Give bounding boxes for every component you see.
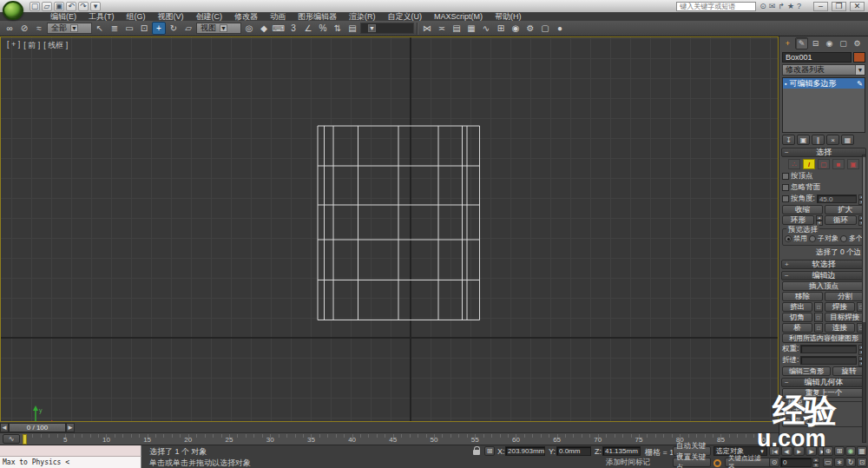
select-and-move-icon[interactable]: + — [152, 22, 166, 35]
angle-snap-icon[interactable]: ∠ — [301, 22, 315, 35]
rendered-frame-icon[interactable]: ▢ — [538, 22, 552, 35]
time-slider-track[interactable]: ◄ 0 / 100 ► — [0, 422, 779, 433]
spinner-snap-icon[interactable]: ⇅ — [331, 22, 345, 35]
menu-group[interactable]: 组(G) — [122, 12, 151, 21]
frame-spinner[interactable]: ▲▼ — [812, 458, 819, 467]
favorites-icon[interactable]: ★ — [787, 2, 794, 10]
ring-spinner[interactable]: ▲▼ — [816, 215, 823, 225]
tab-display[interactable]: ▢ — [837, 37, 850, 49]
menu-rendering[interactable]: 渲染(R) — [344, 12, 381, 21]
object-color-swatch[interactable] — [853, 52, 865, 63]
close-button[interactable]: ✕ — [850, 2, 865, 11]
by-vertex-checkbox[interactable] — [782, 173, 789, 180]
crease-field[interactable] — [800, 356, 857, 365]
by-angle-checkbox[interactable] — [782, 195, 789, 202]
select-and-link-icon[interactable]: ∞ — [3, 22, 16, 35]
set-key-icon[interactable] — [713, 459, 721, 467]
menu-create[interactable]: 创建(C) — [191, 12, 228, 21]
remove-modifier-icon[interactable]: × — [826, 135, 839, 145]
pin-stack-icon[interactable]: ↧ — [782, 135, 795, 145]
zoom-all-icon[interactable]: ⊞ — [834, 446, 845, 456]
loop-button[interactable]: 循环 — [825, 215, 857, 225]
tab-modify[interactable]: ✎ — [795, 37, 808, 49]
use-pivot-center-icon[interactable]: ◎ — [242, 22, 256, 35]
menu-help[interactable]: 帮助(H) — [490, 12, 527, 21]
border-subobject-icon[interactable]: ▢ — [818, 159, 830, 169]
key-filters-button[interactable]: 关键点过滤器... — [725, 458, 773, 467]
menu-maxscript[interactable]: MAXScript(M) — [429, 12, 488, 21]
preview-multi-radio[interactable] — [840, 235, 847, 242]
tab-hierarchy[interactable]: ⊟ — [809, 37, 822, 49]
select-object-icon[interactable]: ↖ — [93, 22, 107, 35]
turn-button[interactable]: 旋转 — [832, 366, 865, 376]
maximize-viewport-icon[interactable]: ⊡ — [857, 458, 867, 467]
wireframe-box[interactable] — [1, 37, 779, 422]
split-button[interactable]: 分割 — [825, 292, 865, 301]
minimize-button[interactable]: – — [813, 2, 828, 11]
y-coord-field[interactable]: 0.0mm — [556, 446, 591, 456]
mirror-icon[interactable]: ⋈ — [420, 22, 434, 35]
layer-manager-icon[interactable]: ▤ — [450, 22, 464, 35]
communication-center-icon[interactable]: ✉ — [769, 2, 776, 10]
redo-icon[interactable]: ↷ — [78, 2, 89, 11]
menu-graph-editors[interactable]: 图形编辑器 — [293, 12, 342, 21]
preview-subobj-radio[interactable] — [809, 235, 816, 242]
time-slider-next-button[interactable]: ► — [66, 423, 75, 432]
menu-customize[interactable]: 自定义(U) — [383, 12, 428, 21]
create-shape-button[interactable]: 利用所选内容创建图形 — [782, 333, 865, 343]
pan-icon[interactable]: ∗ — [834, 458, 845, 467]
zoom-extents-icon[interactable]: ◉ — [845, 446, 856, 456]
selection-filter-dropdown[interactable]: 全部 ▼ — [47, 23, 92, 34]
render-setup-icon[interactable]: ⚙ — [523, 22, 537, 35]
angle-value-field[interactable]: 45.0 — [817, 194, 857, 203]
set-key-button[interactable]: 设置关键点 — [673, 458, 711, 467]
zoom-region-icon[interactable]: ▭ — [823, 458, 833, 467]
rollout-edit-geometry-header[interactable]: − 编辑几何体 — [781, 378, 866, 387]
modifier-stack-selected-row[interactable]: ▪ 可编辑多边形 ✎ — [783, 78, 865, 89]
open-file-icon[interactable]: ▱ — [42, 2, 52, 11]
window-crossing-icon[interactable]: ⊡ — [137, 22, 151, 35]
menu-views[interactable]: 视图(V) — [153, 12, 189, 21]
select-by-name-icon[interactable]: ≣ — [108, 22, 122, 35]
infocenter-search-input[interactable] — [676, 2, 756, 11]
menu-edit[interactable]: 编辑(E) — [45, 12, 82, 21]
vertex-subobject-icon[interactable]: ∴ — [788, 159, 800, 169]
rollout-selection-header[interactable]: − 选择 — [781, 148, 866, 157]
polygon-subobject-icon[interactable]: ■ — [832, 159, 845, 169]
align-icon[interactable]: ≍ — [435, 22, 449, 35]
help-icon[interactable]: ? — [797, 2, 801, 10]
edge-subobject-icon[interactable]: / — [803, 159, 815, 169]
current-frame-marker[interactable] — [23, 434, 27, 445]
undo-icon[interactable]: ↶ — [66, 2, 76, 11]
maxscript-mini-listener-macro[interactable] — [0, 445, 141, 457]
new-file-icon[interactable]: ▢ — [30, 2, 40, 11]
object-name-field[interactable]: Box001 — [782, 52, 852, 63]
rollout-edit-edges-header[interactable]: − 编辑边 — [781, 271, 866, 280]
named-selection-sets-icon[interactable]: ▤ — [345, 22, 359, 35]
lock-selection-icon[interactable] — [473, 450, 480, 455]
tab-motion[interactable]: ◉ — [823, 37, 836, 49]
bind-to-spacewarp-icon[interactable]: ≈ — [32, 22, 46, 35]
unlink-selection-icon[interactable]: ⊘ — [17, 22, 31, 35]
weight-field[interactable] — [800, 345, 857, 353]
app-logo-button[interactable] — [3, 1, 23, 20]
tab-create[interactable]: + — [781, 37, 794, 49]
menu-animation[interactable]: 动画 — [265, 12, 291, 21]
target-weld-button[interactable]: 目标焊接 — [825, 313, 866, 322]
search-icon[interactable]: ⊙ — [760, 2, 766, 10]
modifier-list-dropdown[interactable]: 修改器列表 ▼ — [782, 64, 865, 76]
reference-coordinate-dropdown[interactable]: 视图 ▼ — [196, 23, 241, 34]
named-selection-set-dropdown[interactable]: ▼ — [360, 23, 414, 34]
time-slider-prev-button[interactable]: ◄ — [0, 423, 9, 432]
edit-triangulation-button[interactable]: 编辑三角形 — [782, 366, 831, 376]
weld-button[interactable]: 焊接 — [825, 302, 855, 312]
key-mode-toggle-icon[interactable]: ⊙ — [769, 458, 779, 467]
select-and-rotate-icon[interactable]: ↻ — [167, 22, 181, 35]
z-coord-field[interactable]: 41.135mm — [602, 446, 641, 456]
sign-in-icon[interactable]: ↱ — [778, 2, 785, 10]
make-unique-icon[interactable]: ∥ — [812, 135, 825, 145]
grow-button[interactable]: 扩大 — [825, 205, 865, 214]
add-time-tag[interactable]: 添加时间标记 — [606, 458, 650, 468]
configure-modifier-sets-icon[interactable]: ▦ — [841, 135, 854, 145]
percent-snap-icon[interactable]: % — [316, 22, 330, 35]
